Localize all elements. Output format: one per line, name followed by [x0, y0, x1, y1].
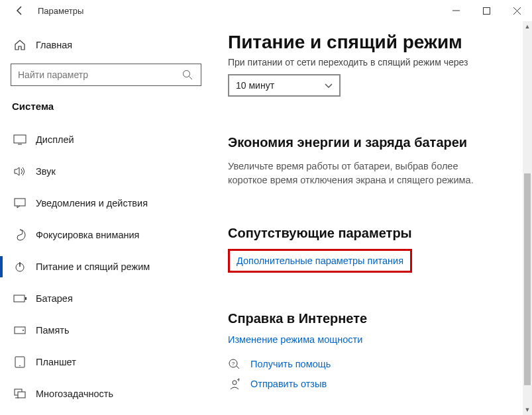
nav-label: Дисплей: [36, 134, 74, 145]
get-help-row[interactable]: ? Получить помощь: [228, 357, 516, 371]
scroll-up-arrow[interactable]: ▲: [523, 21, 532, 32]
nav-label: Звук: [36, 166, 56, 177]
svg-rect-9: [14, 295, 25, 302]
nav-item-display[interactable]: Дисплей: [11, 124, 212, 156]
content-area: Питание и спящий режим При питании от се…: [212, 21, 532, 415]
nav-label: Многозадачность: [36, 389, 113, 399]
search-field[interactable]: [18, 69, 177, 80]
feedback-icon: [228, 377, 241, 391]
power-icon: [13, 260, 27, 273]
nav-item-tablet[interactable]: Планшет: [11, 346, 212, 378]
nav-label: Батарея: [36, 293, 73, 304]
nav-list: Дисплей Звук Уведомления и действия Фоку…: [11, 124, 212, 410]
home-label: Главная: [36, 40, 72, 50]
highlighted-link-box: Дополнительные параметры питания: [228, 249, 412, 273]
svg-point-14: [19, 365, 21, 367]
svg-rect-1: [483, 7, 490, 14]
nav-label: Память: [36, 325, 70, 336]
sidebar: Главная Система Дисплей Звук Уведомления…: [0, 21, 212, 415]
help-icon: ?: [228, 357, 241, 371]
related-heading: Сопутствующие параметры: [228, 226, 516, 241]
multitask-icon: [13, 387, 27, 400]
svg-rect-10: [25, 297, 27, 300]
scroll-thumb[interactable]: [524, 173, 531, 385]
svg-point-2: [184, 71, 190, 77]
window-controls: [441, 0, 532, 21]
dropdown-value: 10 минут: [236, 80, 274, 91]
battery-icon: [13, 292, 27, 305]
search-input[interactable]: [11, 64, 201, 86]
get-help-link: Получить помощь: [250, 359, 331, 369]
additional-power-link[interactable]: Дополнительные параметры питания: [237, 255, 403, 266]
svg-point-12: [23, 330, 24, 331]
scrollbar[interactable]: ▲ ▼: [523, 21, 532, 415]
nav-item-multitask[interactable]: Многозадачность: [11, 378, 212, 410]
nav-item-focus[interactable]: Фокусировка внимания: [11, 219, 212, 251]
chevron-down-icon: [325, 79, 333, 91]
back-button[interactable]: [10, 1, 30, 21]
close-button[interactable]: [502, 0, 532, 21]
sleep-dropdown[interactable]: 10 минут: [228, 74, 341, 97]
nav-item-battery[interactable]: Батарея: [11, 283, 212, 314]
sound-icon: [13, 165, 27, 178]
window-title: Параметры: [38, 6, 83, 16]
help-heading: Справка в Интернете: [228, 311, 516, 326]
storage-icon: [13, 324, 27, 337]
category-heading: Система: [12, 101, 212, 112]
feedback-link: Отправить отзыв: [250, 379, 327, 389]
svg-point-20: [233, 381, 237, 385]
feedback-row[interactable]: Отправить отзыв: [228, 377, 516, 391]
nav-label: Планшет: [36, 357, 76, 367]
display-icon: [13, 133, 27, 146]
nav-label: Питание и спящий режим: [36, 261, 150, 272]
svg-rect-4: [14, 135, 26, 143]
svg-line-3: [189, 77, 193, 80]
focus-icon: [13, 228, 27, 242]
svg-rect-16: [18, 392, 25, 398]
nav-item-storage[interactable]: Память: [11, 314, 212, 346]
notifications-icon: [13, 197, 27, 210]
maximize-button[interactable]: [471, 0, 502, 21]
nav-label: Фокусировка внимания: [36, 230, 139, 240]
economy-heading: Экономия энергии и заряда батареи: [228, 135, 516, 150]
nav-label: Уведомления и действия: [36, 198, 148, 208]
home-icon: [13, 38, 27, 52]
power-mode-link[interactable]: Изменение режима мощности: [228, 334, 362, 345]
home-button[interactable]: Главная: [11, 32, 212, 58]
nav-item-power[interactable]: Питание и спящий режим: [11, 251, 212, 283]
svg-text:?: ?: [232, 361, 235, 367]
search-icon: [181, 68, 194, 81]
sleep-label: При питании от сети переходить в спящий …: [228, 57, 516, 68]
nav-item-sound[interactable]: Звук: [11, 156, 212, 187]
minimize-button[interactable]: [441, 0, 471, 21]
nav-item-notifications[interactable]: Уведомления и действия: [11, 187, 212, 219]
page-title: Питание и спящий режим: [228, 32, 516, 53]
scroll-down-arrow[interactable]: ▼: [523, 404, 532, 415]
economy-body: Увеличьте время работы от батареи, выбра…: [228, 160, 500, 187]
svg-rect-6: [15, 199, 25, 206]
tablet-icon: [13, 355, 27, 369]
